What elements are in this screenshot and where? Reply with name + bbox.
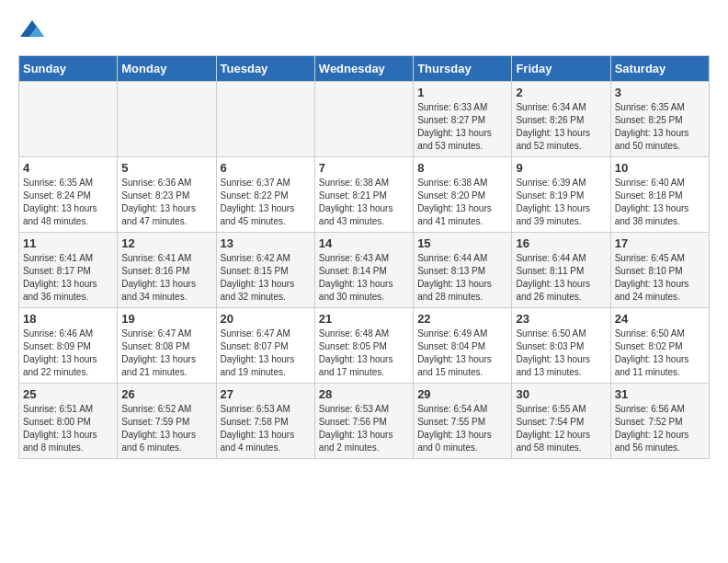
day-cell: 10Sunrise: 6:40 AM Sunset: 8:18 PM Dayli…	[610, 157, 709, 233]
logo-icon	[18, 18, 46, 46]
day-cell	[314, 82, 413, 157]
day-cell: 30Sunrise: 6:55 AM Sunset: 7:54 PM Dayli…	[512, 384, 610, 459]
day-number: 19	[121, 312, 211, 326]
weekday-header-monday: Monday	[118, 56, 216, 82]
day-info: Sunrise: 6:37 AM Sunset: 8:22 PM Dayligh…	[221, 177, 311, 228]
day-cell: 27Sunrise: 6:53 AM Sunset: 7:58 PM Dayli…	[216, 384, 314, 459]
day-info: Sunrise: 6:41 AM Sunset: 8:17 PM Dayligh…	[23, 252, 113, 304]
day-info: Sunrise: 6:51 AM Sunset: 8:00 PM Dayligh…	[23, 403, 113, 454]
day-info: Sunrise: 6:35 AM Sunset: 8:24 PM Dayligh…	[23, 177, 113, 228]
day-cell: 15Sunrise: 6:44 AM Sunset: 8:13 PM Dayli…	[414, 233, 512, 308]
day-number: 5	[121, 161, 211, 175]
day-info: Sunrise: 6:38 AM Sunset: 8:21 PM Dayligh…	[319, 177, 409, 228]
day-info: Sunrise: 6:56 AM Sunset: 7:52 PM Dayligh…	[615, 403, 705, 454]
day-number: 2	[516, 86, 606, 99]
day-cell	[216, 82, 314, 157]
day-cell: 1Sunrise: 6:33 AM Sunset: 8:27 PM Daylig…	[414, 82, 512, 157]
day-cell: 25Sunrise: 6:51 AM Sunset: 8:00 PM Dayli…	[19, 384, 118, 459]
day-info: Sunrise: 6:53 AM Sunset: 7:58 PM Dayligh…	[221, 403, 311, 454]
day-cell: 22Sunrise: 6:49 AM Sunset: 8:04 PM Dayli…	[414, 308, 512, 384]
day-cell: 2Sunrise: 6:34 AM Sunset: 8:26 PM Daylig…	[512, 82, 610, 157]
day-cell: 9Sunrise: 6:39 AM Sunset: 8:19 PM Daylig…	[512, 157, 610, 233]
day-info: Sunrise: 6:34 AM Sunset: 8:26 PM Dayligh…	[516, 101, 606, 153]
weekday-header-friday: Friday	[512, 56, 610, 82]
day-cell	[19, 82, 118, 157]
day-number: 8	[417, 161, 507, 175]
day-number: 7	[319, 161, 409, 175]
day-info: Sunrise: 6:46 AM Sunset: 8:09 PM Dayligh…	[23, 327, 113, 379]
day-cell: 8Sunrise: 6:38 AM Sunset: 8:20 PM Daylig…	[414, 157, 512, 233]
day-cell: 21Sunrise: 6:48 AM Sunset: 8:05 PM Dayli…	[314, 308, 413, 384]
day-info: Sunrise: 6:55 AM Sunset: 7:54 PM Dayligh…	[516, 403, 606, 454]
day-info: Sunrise: 6:54 AM Sunset: 7:55 PM Dayligh…	[417, 403, 507, 454]
day-cell	[118, 82, 216, 157]
day-cell: 6Sunrise: 6:37 AM Sunset: 8:22 PM Daylig…	[216, 157, 314, 233]
day-cell: 5Sunrise: 6:36 AM Sunset: 8:23 PM Daylig…	[118, 157, 216, 233]
calendar-body: 1Sunrise: 6:33 AM Sunset: 8:27 PM Daylig…	[19, 82, 710, 459]
day-info: Sunrise: 6:33 AM Sunset: 8:27 PM Dayligh…	[417, 101, 507, 153]
day-number: 11	[23, 236, 113, 250]
day-info: Sunrise: 6:35 AM Sunset: 8:25 PM Dayligh…	[615, 101, 705, 153]
day-number: 9	[516, 161, 606, 175]
day-info: Sunrise: 6:40 AM Sunset: 8:18 PM Dayligh…	[615, 177, 705, 228]
day-cell: 12Sunrise: 6:41 AM Sunset: 8:16 PM Dayli…	[118, 233, 216, 308]
day-info: Sunrise: 6:44 AM Sunset: 8:13 PM Dayligh…	[417, 252, 507, 304]
page-header	[18, 18, 710, 46]
logo	[18, 18, 50, 46]
day-number: 1	[417, 86, 507, 99]
day-info: Sunrise: 6:39 AM Sunset: 8:19 PM Dayligh…	[516, 177, 606, 228]
week-row-3: 11Sunrise: 6:41 AM Sunset: 8:17 PM Dayli…	[19, 233, 710, 308]
weekday-header-saturday: Saturday	[610, 56, 709, 82]
weekday-header-tuesday: Tuesday	[216, 56, 314, 82]
day-cell: 20Sunrise: 6:47 AM Sunset: 8:07 PM Dayli…	[216, 308, 314, 384]
weekday-header-wednesday: Wednesday	[314, 56, 413, 82]
day-cell: 11Sunrise: 6:41 AM Sunset: 8:17 PM Dayli…	[19, 233, 118, 308]
day-cell: 14Sunrise: 6:43 AM Sunset: 8:14 PM Dayli…	[314, 233, 413, 308]
day-number: 10	[615, 161, 705, 175]
day-cell: 17Sunrise: 6:45 AM Sunset: 8:10 PM Dayli…	[610, 233, 709, 308]
day-info: Sunrise: 6:50 AM Sunset: 8:03 PM Dayligh…	[516, 327, 606, 379]
day-number: 28	[319, 387, 409, 401]
day-number: 3	[615, 86, 705, 99]
day-number: 6	[221, 161, 311, 175]
day-number: 14	[319, 236, 409, 250]
day-info: Sunrise: 6:38 AM Sunset: 8:20 PM Dayligh…	[417, 177, 507, 228]
day-cell: 19Sunrise: 6:47 AM Sunset: 8:08 PM Dayli…	[118, 308, 216, 384]
day-number: 4	[23, 161, 113, 175]
day-number: 26	[121, 387, 211, 401]
week-row-2: 4Sunrise: 6:35 AM Sunset: 8:24 PM Daylig…	[19, 157, 710, 233]
day-number: 21	[319, 312, 409, 326]
day-cell: 29Sunrise: 6:54 AM Sunset: 7:55 PM Dayli…	[414, 384, 512, 459]
day-info: Sunrise: 6:44 AM Sunset: 8:11 PM Dayligh…	[516, 252, 606, 304]
day-number: 22	[417, 312, 507, 326]
day-info: Sunrise: 6:43 AM Sunset: 8:14 PM Dayligh…	[319, 252, 409, 304]
day-cell: 16Sunrise: 6:44 AM Sunset: 8:11 PM Dayli…	[512, 233, 610, 308]
day-number: 29	[417, 387, 507, 401]
day-cell: 7Sunrise: 6:38 AM Sunset: 8:21 PM Daylig…	[314, 157, 413, 233]
day-number: 16	[516, 236, 606, 250]
day-cell: 18Sunrise: 6:46 AM Sunset: 8:09 PM Dayli…	[19, 308, 118, 384]
day-info: Sunrise: 6:50 AM Sunset: 8:02 PM Dayligh…	[615, 327, 705, 379]
day-number: 17	[615, 236, 705, 250]
weekday-header-row: SundayMondayTuesdayWednesdayThursdayFrid…	[19, 56, 710, 82]
weekday-header-thursday: Thursday	[414, 56, 512, 82]
day-number: 15	[417, 236, 507, 250]
day-cell: 3Sunrise: 6:35 AM Sunset: 8:25 PM Daylig…	[610, 82, 709, 157]
day-cell: 24Sunrise: 6:50 AM Sunset: 8:02 PM Dayli…	[610, 308, 709, 384]
day-cell: 23Sunrise: 6:50 AM Sunset: 8:03 PM Dayli…	[512, 308, 610, 384]
week-row-1: 1Sunrise: 6:33 AM Sunset: 8:27 PM Daylig…	[19, 82, 710, 157]
calendar-table: SundayMondayTuesdayWednesdayThursdayFrid…	[18, 55, 710, 459]
day-number: 30	[516, 387, 606, 401]
day-number: 24	[615, 312, 705, 326]
day-cell: 28Sunrise: 6:53 AM Sunset: 7:56 PM Dayli…	[314, 384, 413, 459]
day-info: Sunrise: 6:47 AM Sunset: 8:08 PM Dayligh…	[121, 327, 211, 379]
day-cell: 13Sunrise: 6:42 AM Sunset: 8:15 PM Dayli…	[216, 233, 314, 308]
day-cell: 31Sunrise: 6:56 AM Sunset: 7:52 PM Dayli…	[610, 384, 709, 459]
day-number: 25	[23, 387, 113, 401]
day-number: 12	[121, 236, 211, 250]
day-number: 20	[221, 312, 311, 326]
day-info: Sunrise: 6:47 AM Sunset: 8:07 PM Dayligh…	[221, 327, 311, 379]
day-info: Sunrise: 6:41 AM Sunset: 8:16 PM Dayligh…	[121, 252, 211, 304]
day-number: 27	[221, 387, 311, 401]
day-info: Sunrise: 6:48 AM Sunset: 8:05 PM Dayligh…	[319, 327, 409, 379]
